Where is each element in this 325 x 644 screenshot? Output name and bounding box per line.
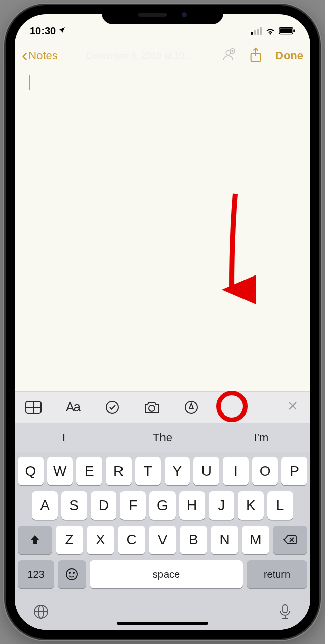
key-space[interactable]: space [90, 560, 243, 588]
key-q[interactable]: Q [18, 457, 44, 485]
back-label: Notes [28, 49, 57, 62]
key-d[interactable]: D [91, 491, 116, 520]
predictive-bar: I The I'm [15, 423, 310, 452]
key-f[interactable]: F [120, 491, 146, 520]
status-time: 10:30 [30, 25, 56, 37]
key-shift[interactable] [18, 526, 52, 554]
key-x[interactable]: X [87, 526, 114, 554]
note-editor[interactable] [15, 70, 310, 391]
svg-point-16 [66, 569, 77, 580]
key-i[interactable]: I [223, 457, 249, 485]
key-m[interactable]: M [242, 526, 269, 554]
predictive-suggestion-2[interactable]: The [113, 423, 212, 452]
key-u[interactable]: U [193, 457, 219, 485]
key-numbers[interactable]: 123 [18, 560, 54, 588]
key-b[interactable]: B [180, 526, 207, 554]
share-icon[interactable] [249, 47, 262, 64]
key-g[interactable]: G [149, 491, 175, 520]
key-r[interactable]: R [106, 457, 132, 485]
key-p[interactable]: P [281, 457, 307, 485]
location-icon [58, 25, 66, 37]
annotation-arrow [215, 191, 256, 307]
dictation-icon[interactable] [278, 604, 292, 623]
predictive-suggestion-3[interactable]: I'm [212, 423, 310, 452]
toolbar-close-button[interactable] [285, 400, 300, 415]
camera-icon[interactable] [143, 399, 160, 416]
markup-icon[interactable] [183, 399, 200, 416]
globe-icon[interactable] [33, 604, 49, 623]
chevron-left-icon: ‹ [22, 46, 27, 63]
notch [102, 5, 223, 24]
cellular-signal-icon [251, 27, 262, 35]
annotation-highlight-circle [216, 391, 248, 422]
svg-rect-2 [293, 29, 295, 32]
wifi-icon [265, 27, 276, 35]
key-c[interactable]: C [118, 526, 145, 554]
keyboard: Q W E R T Y U I O P A S D F G H J K L [15, 452, 310, 630]
key-h[interactable]: H [179, 491, 205, 520]
key-o[interactable]: O [252, 457, 278, 485]
table-icon[interactable] [25, 399, 42, 416]
predictive-suggestion-1[interactable]: I [15, 423, 113, 452]
key-z[interactable]: Z [56, 526, 83, 554]
key-l[interactable]: L [267, 491, 293, 520]
key-e[interactable]: E [76, 457, 102, 485]
device-frame: 10:30 ‹ Notes [6, 5, 319, 639]
key-emoji[interactable] [58, 560, 86, 588]
key-j[interactable]: J [209, 491, 234, 520]
formatting-toolbar: Aa [15, 391, 310, 423]
screen: 10:30 ‹ Notes [15, 14, 310, 630]
done-button[interactable]: Done [275, 49, 303, 62]
note-date-ghost: December 8, 2019 at 10... [62, 51, 217, 61]
key-delete[interactable] [273, 526, 307, 554]
svg-rect-22 [283, 605, 287, 613]
text-format-icon[interactable]: Aa [64, 399, 82, 416]
key-s[interactable]: S [61, 491, 87, 520]
svg-point-9 [106, 401, 118, 413]
key-return[interactable]: return [247, 560, 307, 588]
svg-point-10 [149, 405, 155, 411]
key-t[interactable]: T [135, 457, 161, 485]
svg-point-17 [69, 572, 70, 573]
key-n[interactable]: N [211, 526, 238, 554]
checklist-icon[interactable] [104, 399, 121, 416]
key-y[interactable]: Y [165, 457, 190, 485]
svg-rect-1 [280, 28, 292, 33]
svg-point-18 [73, 572, 74, 573]
battery-icon [279, 27, 295, 35]
collaborate-icon[interactable] [221, 47, 236, 64]
home-indicator[interactable] [117, 622, 208, 625]
text-cursor [29, 75, 30, 90]
key-k[interactable]: K [238, 491, 264, 520]
key-a[interactable]: A [32, 491, 58, 520]
key-w[interactable]: W [47, 457, 73, 485]
back-button[interactable]: ‹ Notes [22, 48, 58, 63]
navigation-bar: ‹ Notes December 8, 2019 at 10... Done [15, 41, 310, 70]
key-v[interactable]: V [149, 526, 176, 554]
